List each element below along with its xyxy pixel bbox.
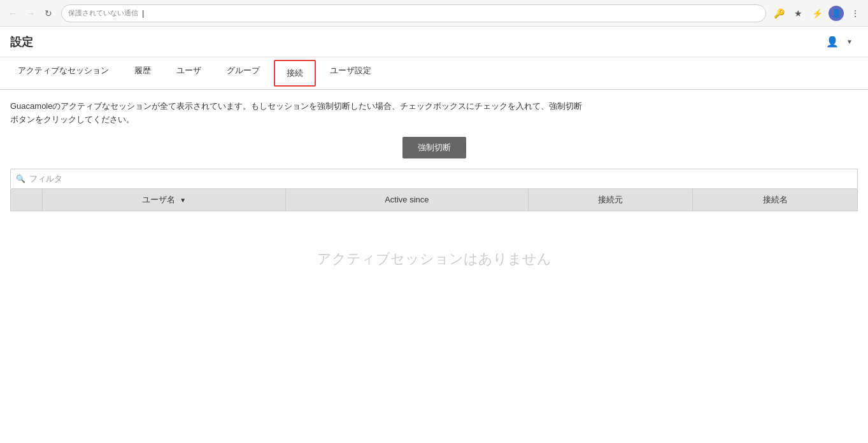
col-checkbox xyxy=(11,189,43,211)
star-icon[interactable]: ★ xyxy=(790,6,806,21)
description-text: Guacamoleのアクティブなセッションが全て表示されています。もしセッション… xyxy=(10,100,583,127)
address-bar: 保護されていない通信 | xyxy=(61,4,766,22)
tab-users[interactable]: ユーザ xyxy=(164,57,214,89)
app-title: 設定 xyxy=(10,34,33,50)
tab-history[interactable]: 履歴 xyxy=(122,57,164,89)
kill-button[interactable]: 強制切断 xyxy=(402,137,466,158)
profile-icon[interactable]: 👤 xyxy=(829,6,844,21)
tab-user-settings[interactable]: ユーザ設定 xyxy=(317,57,384,89)
back-button[interactable]: ← xyxy=(5,6,20,21)
user-menu[interactable]: 👤 ▼ xyxy=(821,33,858,50)
page-content: Guacamoleのアクティブなセッションが全て表示されています。もしセッション… xyxy=(0,90,868,317)
tab-bar: アクティブなセッション 履歴 ユーザ グループ 接続 ユーザ設定 xyxy=(0,57,868,90)
app-header: 設定 👤 ▼ xyxy=(0,27,868,57)
col-source: 接続元 xyxy=(528,189,692,211)
reload-button[interactable]: ↻ xyxy=(41,6,56,21)
nav-buttons: ← → ↻ xyxy=(5,6,56,21)
user-icon: 👤 xyxy=(826,36,839,48)
table-header-row: ユーザ名 ▼ Active since 接続元 接続名 xyxy=(11,189,858,211)
forward-button[interactable]: → xyxy=(23,6,38,21)
extension-icon[interactable]: ⚡ xyxy=(809,6,825,21)
chevron-down-icon: ▼ xyxy=(846,38,853,45)
menu-icon[interactable]: ⋮ xyxy=(848,6,863,21)
address-separator: | xyxy=(142,8,144,18)
kill-button-container: 強制切断 xyxy=(10,137,858,158)
col-active-since: Active since xyxy=(285,189,528,211)
search-icon: 🔍 xyxy=(16,174,25,183)
col-connection-name: 接続名 xyxy=(693,189,858,211)
filter-input[interactable] xyxy=(29,174,852,183)
url-input[interactable] xyxy=(148,9,759,18)
sort-arrow-icon: ▼ xyxy=(180,197,186,204)
filter-container: 🔍 xyxy=(10,169,858,189)
empty-state: アクティブセッションはありません xyxy=(10,211,858,307)
tab-active-sessions[interactable]: アクティブなセッション xyxy=(5,57,122,89)
tab-groups[interactable]: グループ xyxy=(214,57,273,89)
tab-connections[interactable]: 接続 xyxy=(274,60,316,87)
col-username[interactable]: ユーザ名 ▼ xyxy=(43,189,286,211)
security-warning: 保護されていない通信 xyxy=(68,8,138,18)
key-icon[interactable]: 🔑 xyxy=(771,6,786,21)
browser-actions: 🔑 ★ ⚡ 👤 ⋮ xyxy=(771,6,863,21)
sessions-table: ユーザ名 ▼ Active since 接続元 接続名 xyxy=(10,189,858,211)
browser-chrome: ← → ↻ 保護されていない通信 | 🔑 ★ ⚡ 👤 ⋮ xyxy=(0,0,868,27)
